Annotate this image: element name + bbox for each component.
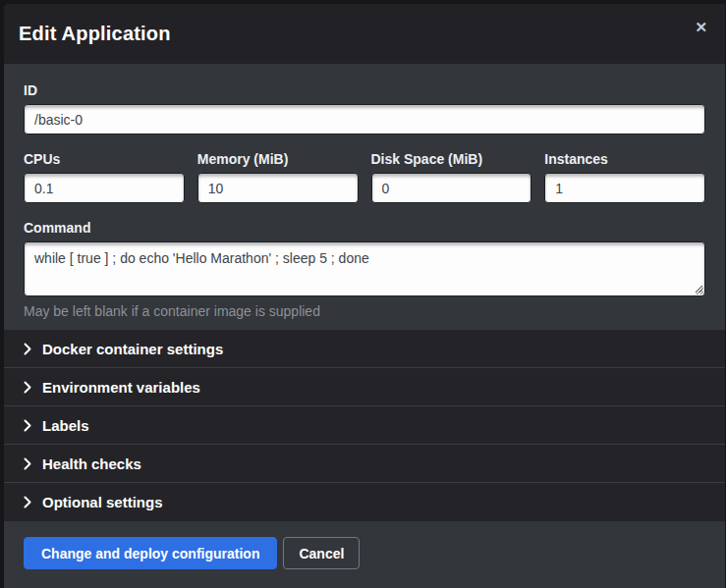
resources-row: CPUs Memory (MiB) Disk Space (MiB) Insta… — [24, 152, 705, 203]
modal-header: Edit Application ✕ — [4, 4, 725, 64]
instances-input[interactable] — [544, 173, 705, 203]
disk-label: Disk Space (MiB) — [371, 152, 532, 166]
change-and-deploy-button[interactable]: Change and deploy configuration — [24, 537, 277, 569]
section-labels[interactable]: Labels — [4, 406, 725, 445]
command-textarea[interactable]: while [ true ] ; do echo 'Hello Marathon… — [24, 241, 705, 296]
cpus-input[interactable] — [24, 173, 185, 203]
accordion-sections: Docker container settings Environment va… — [4, 330, 725, 521]
section-environment-variables[interactable]: Environment variables — [4, 368, 725, 406]
modal-title: Edit Application — [19, 23, 171, 45]
chevron-right-icon — [24, 343, 31, 355]
id-input[interactable] — [24, 104, 705, 134]
section-health-checks[interactable]: Health checks — [4, 445, 725, 483]
id-field-group: ID — [24, 83, 705, 134]
section-label: Optional settings — [42, 494, 163, 510]
chevron-right-icon — [24, 381, 31, 394]
section-optional-settings[interactable]: Optional settings — [4, 483, 725, 521]
section-label: Docker container settings — [42, 341, 223, 357]
modal-footer: Change and deploy configuration Cancel — [4, 521, 725, 588]
command-label: Command — [24, 221, 705, 235]
close-icon[interactable]: ✕ — [691, 16, 711, 38]
memory-input[interactable] — [197, 173, 359, 203]
chevron-right-icon — [24, 419, 31, 432]
edit-application-form: ID CPUs Memory (MiB) Disk Space (MiB) In… — [4, 64, 725, 330]
cpus-field-group: CPUs — [24, 152, 185, 203]
section-label: Labels — [42, 417, 89, 434]
id-label: ID — [24, 83, 705, 97]
command-field-group: Command while [ true ] ; do echo 'Hello … — [24, 221, 705, 319]
section-label: Health checks — [42, 455, 141, 472]
disk-field-group: Disk Space (MiB) — [371, 152, 532, 203]
cancel-button[interactable]: Cancel — [283, 537, 360, 569]
disk-input[interactable] — [371, 173, 532, 203]
chevron-right-icon — [24, 496, 31, 508]
chevron-right-icon — [24, 457, 31, 470]
memory-field-group: Memory (MiB) — [197, 152, 359, 203]
command-help-text: May be left blank if a container image i… — [24, 303, 705, 319]
instances-field-group: Instances — [544, 152, 705, 203]
section-label: Environment variables — [42, 379, 200, 396]
section-docker-container-settings[interactable]: Docker container settings — [4, 330, 725, 368]
cpus-label: CPUs — [24, 152, 185, 166]
edit-application-modal: Edit Application ✕ ID CPUs Memory (MiB) … — [4, 4, 725, 588]
memory-label: Memory (MiB) — [197, 152, 359, 166]
instances-label: Instances — [544, 152, 705, 166]
